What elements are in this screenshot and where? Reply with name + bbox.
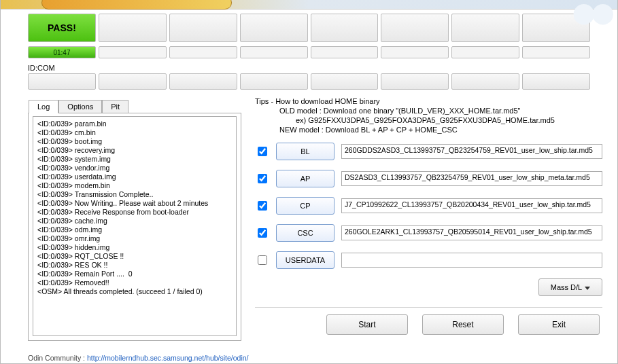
footer-link[interactable]: http://mobilerndhub.sec.samsung.net/hub/… — [87, 354, 249, 362]
file-row-cp: CP J7_CP10992622_CL13993757_QB20200434_R… — [255, 197, 602, 215]
divider — [255, 307, 602, 308]
idcom-cell-2[interactable] — [99, 73, 167, 90]
idcom-cell-5[interactable] — [311, 73, 379, 90]
ap-path[interactable]: DS2ASD3_CL13993757_QB23254759_REV01_user… — [341, 171, 602, 186]
log-textarea[interactable]: <ID:0/039> param.bin <ID:0/039> cm.bin <… — [33, 116, 237, 336]
status-row: PASS! — [28, 14, 590, 42]
userdata-checkbox[interactable] — [258, 255, 267, 265]
cp-button[interactable]: CP — [276, 197, 334, 215]
progress-row: 01:47 — [28, 46, 590, 58]
bl-button[interactable]: BL — [276, 143, 334, 160]
idcom-cell-6[interactable] — [381, 73, 449, 90]
file-row-ap: AP DS2ASD3_CL13993757_QB23254759_REV01_u… — [255, 170, 602, 187]
reset-button[interactable]: Reset — [422, 314, 504, 335]
status-cell-7 — [451, 14, 519, 42]
tips-ex: ex) G925FXXU3DPA5_G925FOXA3DPA5_G925FXXU… — [255, 115, 602, 125]
file-row-bl: BL 260GDDS2ASD3_CL13993757_QB23254759_RE… — [255, 143, 602, 160]
tips-title: Tips - How to download HOME binary — [255, 96, 602, 106]
tips-block: Tips - How to download HOME binary OLD m… — [255, 96, 602, 134]
status-cell-4 — [240, 14, 308, 42]
ap-checkbox[interactable] — [258, 174, 267, 183]
status-cell-5 — [311, 14, 379, 42]
idcom-cell-8[interactable] — [522, 73, 590, 90]
progress-cell-6 — [381, 46, 449, 58]
status-cell-pass: PASS! — [28, 14, 96, 42]
file-row-userdata: USERDATA — [255, 251, 602, 269]
footer: Odin Community : http://mobilerndhub.sec… — [28, 354, 590, 362]
idcom-label: ID:COM — [1, 61, 617, 73]
tips-new: NEW model : Download BL + AP + CP + HOME… — [255, 125, 602, 134]
userdata-path[interactable] — [341, 253, 602, 268]
progress-cell-8 — [522, 46, 590, 58]
progress-cell-3 — [169, 46, 237, 58]
status-cell-2 — [99, 14, 167, 42]
csc-path[interactable]: 260GOLE2ARK1_CL13993757_QB20595014_REV01… — [341, 225, 602, 240]
progress-cell-7 — [451, 46, 519, 58]
tab-host: Log Options Pit <ID:0/039> param.bin <ID… — [28, 113, 241, 341]
footer-prefix: Odin Community : — [28, 354, 87, 362]
csc-button[interactable]: CSC — [276, 224, 334, 242]
bl-path[interactable]: 260GDDS2ASD3_CL13993757_QB23254759_REV01… — [341, 144, 602, 159]
cp-path[interactable]: J7_CP10992622_CL13993757_QB20200434_REV0… — [341, 198, 602, 213]
tab-options[interactable]: Options — [58, 100, 102, 113]
csc-checkbox[interactable] — [258, 228, 267, 238]
exit-button[interactable]: Exit — [518, 314, 600, 335]
idcom-cell-3[interactable] — [169, 73, 237, 90]
status-cell-3 — [169, 14, 237, 42]
progress-cell-1: 01:47 — [28, 46, 96, 58]
ap-button[interactable]: AP — [276, 170, 334, 187]
tab-log[interactable]: Log — [29, 100, 58, 113]
userdata-button[interactable]: USERDATA — [276, 251, 334, 269]
header-banner: ⬤⬤ — [1, 0, 617, 10]
chevron-down-icon — [585, 287, 590, 290]
file-row-csc: CSC 260GOLE2ARK1_CL13993757_QB20595014_R… — [255, 224, 602, 242]
cp-checkbox[interactable] — [258, 201, 267, 211]
logo-pill — [41, 0, 232, 10]
mass-dl-button[interactable]: Mass D/L — [538, 278, 602, 296]
status-cell-6 — [381, 14, 449, 42]
progress-cell-2 — [99, 46, 167, 58]
tab-pit[interactable]: Pit — [102, 100, 128, 113]
progress-time: 01:47 — [29, 47, 95, 59]
idcom-row — [1, 73, 617, 95]
progress-cell-5 — [311, 46, 379, 58]
tips-old: OLD model : Download one binary "(BUILD_… — [255, 106, 602, 115]
idcom-cell-7[interactable] — [451, 73, 519, 90]
map-art: ⬤⬤ — [572, 1, 611, 24]
idcom-cell-4[interactable] — [240, 73, 308, 90]
progress-cell-4 — [240, 46, 308, 58]
bl-checkbox[interactable] — [258, 147, 267, 156]
idcom-cell-1[interactable] — [28, 73, 96, 90]
start-button[interactable]: Start — [326, 314, 408, 335]
